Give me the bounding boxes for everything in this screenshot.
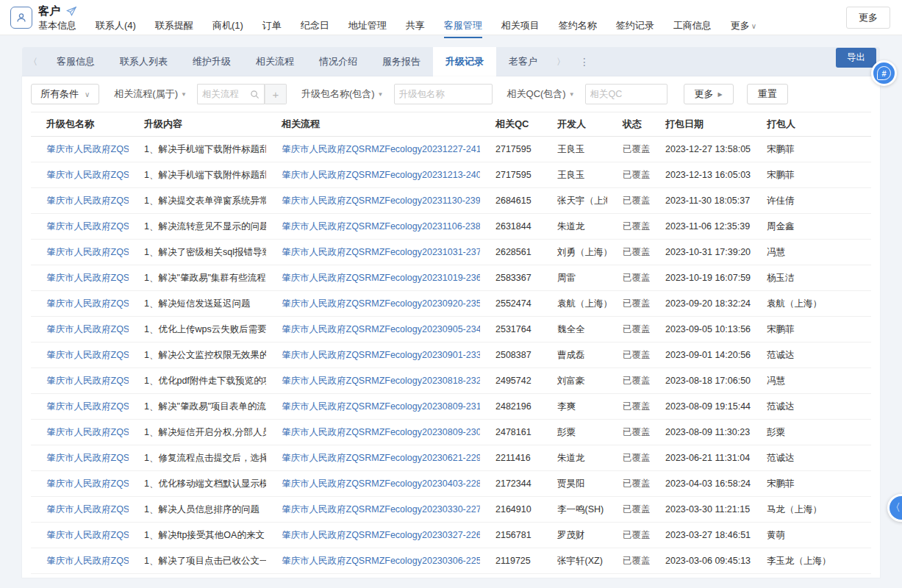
- sub-tab-0[interactable]: 客服信息: [44, 47, 107, 76]
- cell-developer: 周雷: [542, 272, 607, 284]
- cell-related-flow[interactable]: 肇庆市人民政府ZQSRMZFecology20230809-230 (...: [266, 426, 480, 439]
- main-tab-3[interactable]: 商机(1): [212, 19, 243, 35]
- export-button[interactable]: 导出: [836, 48, 876, 68]
- sub-tab-1[interactable]: 联系人列表: [107, 47, 180, 76]
- cell-related-flow[interactable]: 肇庆市人民政府ZQSRMZFecology20230330-227: [266, 503, 480, 516]
- sub-tab-7[interactable]: 老客户: [496, 47, 550, 76]
- cell-related-qc: 2628561: [480, 247, 542, 257]
- cell-packager: 马龙（上海）: [751, 503, 871, 516]
- cell-package-name[interactable]: 肇庆市人民政府ZQSR...: [31, 143, 129, 156]
- cell-developer: 贾昊阳: [542, 478, 607, 490]
- cell-related-flow[interactable]: 肇庆市人民政府ZQSRMZFecology20230920-235 (...: [266, 298, 480, 310]
- main-tab-1[interactable]: 联系人(4): [96, 19, 136, 35]
- cell-related-flow[interactable]: 肇庆市人民政府ZQSRMZFecology20230327-226: [266, 529, 480, 542]
- main-tab-7[interactable]: 共享: [406, 19, 425, 35]
- cell-related-flow[interactable]: 肇庆市人民政府ZQSRMZFecology20230905-234 (...: [266, 323, 480, 336]
- main-tab-5[interactable]: 纪念日: [301, 19, 329, 35]
- cell-package-name[interactable]: 肇庆市人民政府ZQSR...: [31, 272, 129, 284]
- cell-related-flow[interactable]: 肇庆市人民政府ZQSRMZFecology20231031-237 (...: [266, 246, 480, 259]
- drawer-collapse-toggle[interactable]: 〈: [887, 494, 902, 522]
- cell-related-flow[interactable]: 肇庆市人民政府ZQSRMZFecology20231019-236 (...: [266, 272, 480, 284]
- main-tab-11[interactable]: 签约记录: [616, 19, 654, 35]
- cell-related-flow[interactable]: 肇庆市人民政府ZQSRMZFecology20230901-233 (...: [266, 349, 480, 362]
- cell-upgrade-content: 1、解决了密级相关sql报错导致文...: [129, 246, 266, 259]
- main-tab-8[interactable]: 客服管理: [444, 19, 482, 35]
- cell-package-name[interactable]: 肇庆市人民政府ZQSR...: [31, 375, 129, 387]
- all-conditions-dropdown[interactable]: 所有条件 ∨: [31, 84, 99, 104]
- send-icon[interactable]: [66, 6, 77, 17]
- cell-upgrade-content: 1、优化移动端文档默认显示模式...: [129, 478, 266, 490]
- cell-developer: 刘富豪: [542, 375, 607, 387]
- filter-qc-input[interactable]: [585, 84, 667, 104]
- cell-developer: 李一鸣(SH): [542, 503, 607, 516]
- cell-package-name[interactable]: 肇庆市人民政府ZQSR...: [31, 426, 129, 439]
- main-tab-bar: 基本信息联系人(4)联系提醒商机(1)订单纪念日地址管理共享客服管理相关项目签约…: [38, 19, 756, 35]
- cell-status: 已覆盖: [607, 452, 650, 465]
- cell-related-flow[interactable]: 肇庆市人民政府ZQSRMZFecology20230306-225: [266, 555, 480, 567]
- cell-package-name[interactable]: 肇庆市人民政府ZQSR...: [31, 220, 129, 233]
- more-filters-button[interactable]: 更多▶: [684, 84, 734, 104]
- cell-package-name[interactable]: 肇庆市人民政府ZQSR...: [31, 169, 129, 182]
- sub-tab-6[interactable]: 升级记录: [433, 47, 496, 76]
- cell-related-flow[interactable]: 肇庆市人民政府ZQSRMZFecology20230809-231 (...: [266, 401, 480, 413]
- main-tab-10[interactable]: 签约名称: [559, 19, 597, 35]
- main-tab-6[interactable]: 地址管理: [348, 19, 387, 35]
- filter-flow-label[interactable]: 相关流程(属于)▼: [114, 87, 187, 101]
- cell-upgrade-content: 1、解决"肇政易"项目表单的流转...: [129, 401, 266, 413]
- main-tab-13[interactable]: 更多∨: [731, 19, 756, 35]
- person-icon: [15, 12, 27, 24]
- main-tab-0[interactable]: 基本信息: [38, 19, 76, 35]
- cell-package-name[interactable]: 肇庆市人民政府ZQSR...: [31, 349, 129, 362]
- filter-flow-input[interactable]: [197, 84, 246, 104]
- cell-package-name[interactable]: 肇庆市人民政府ZQSR...: [31, 246, 129, 259]
- customer-avatar-icon[interactable]: [10, 7, 32, 29]
- cell-related-flow[interactable]: 肇庆市人民政府ZQSRMZFecology20231130-239 (升...: [266, 195, 480, 207]
- cell-package-name[interactable]: 肇庆市人民政府ZQSR...: [31, 503, 129, 516]
- sub-tab-5[interactable]: 服务报告: [370, 47, 433, 76]
- table-row: 肇庆市人民政府ZQSR...1、解决短信开启分权,分部人员发...肇庆市人民政府…: [31, 420, 871, 445]
- cell-package-date: 2023-10-19 16:07:59: [650, 273, 751, 283]
- cell-package-name[interactable]: 肇庆市人民政府ZQSR...: [31, 452, 129, 465]
- add-flow-button[interactable]: +: [265, 84, 287, 104]
- search-icon[interactable]: [246, 84, 265, 104]
- chevron-left-icon[interactable]: 〈: [22, 56, 44, 68]
- main-tab-4[interactable]: 订单: [262, 19, 282, 35]
- cell-packager: 黄萌: [751, 529, 871, 542]
- cell-package-name[interactable]: 肇庆市人民政府ZQSR...: [31, 478, 129, 490]
- cell-related-flow[interactable]: 肇庆市人民政府ZQSRMZFecology20231227-241 (...: [266, 143, 480, 156]
- cell-package-name[interactable]: 肇庆市人民政府ZQSR...: [31, 401, 129, 413]
- cell-related-flow[interactable]: 肇庆市人民政府ZQSRMZFecology20231106-238 (升...: [266, 220, 480, 233]
- filter-qc-label[interactable]: 相关QC(包含)▼: [507, 87, 575, 101]
- reset-button[interactable]: 重置: [747, 84, 788, 104]
- sub-tab-4[interactable]: 情况介绍: [307, 47, 370, 76]
- main-tab-12[interactable]: 工商信息: [673, 19, 712, 35]
- cell-related-flow[interactable]: 肇庆市人民政府ZQSRMZFecology20230621-229 (...: [266, 452, 480, 465]
- cell-related-qc: 2211416: [480, 453, 542, 463]
- filter-package-label[interactable]: 升级包名称(包含)▼: [301, 87, 384, 101]
- main-tab-2[interactable]: 联系提醒: [155, 19, 193, 35]
- sub-tab-3[interactable]: 相关流程: [243, 47, 307, 76]
- more-vertical-icon[interactable]: ⋮: [572, 56, 598, 68]
- cell-status: 已覆盖: [607, 555, 650, 567]
- main-tab-9[interactable]: 相关项目: [501, 19, 540, 35]
- cell-package-name[interactable]: 肇庆市人民政府ZQSR...: [31, 555, 129, 567]
- cell-related-flow[interactable]: 肇庆市人民政府ZQSRMZFecology20230818-232 (...: [266, 375, 480, 387]
- cell-related-flow[interactable]: 肇庆市人民政府ZQSRMZFecology20230403-228: [266, 478, 480, 490]
- column-header-package-date: 打包日期: [650, 118, 751, 131]
- filter-package-input[interactable]: [394, 84, 493, 104]
- cell-related-qc: 2164910: [480, 504, 542, 514]
- cell-package-name[interactable]: 肇庆市人民政府ZQSR...: [31, 195, 129, 207]
- cell-package-name[interactable]: 肇庆市人民政府ZQSR...: [31, 298, 129, 310]
- comment-hash-float-button[interactable]: #: [871, 60, 897, 86]
- chevron-right-icon[interactable]: 〉: [550, 56, 572, 68]
- sub-tab-2[interactable]: 维护升级: [180, 47, 243, 76]
- table-body: 肇庆市人民政府ZQSR...1、解决手机端下载附件标题乱码...肇庆市人民政府Z…: [31, 137, 871, 574]
- cell-developer: 罗茂财: [542, 529, 607, 542]
- cell-package-name[interactable]: 肇庆市人民政府ZQSR...: [31, 323, 129, 336]
- cell-package-date: 2023-09-05 10:13:56: [650, 324, 751, 334]
- cell-package-name[interactable]: 肇庆市人民政府ZQSR...: [31, 529, 129, 542]
- top-more-button[interactable]: 更多: [846, 7, 890, 29]
- cell-related-flow[interactable]: 肇庆市人民政府ZQSRMZFecology20231213-240 (...: [266, 169, 480, 182]
- table-row: 肇庆市人民政府ZQSR...1、解决提交表单弹窗系统异常的...肇庆市人民政府Z…: [31, 188, 871, 214]
- caret-right-icon: ▶: [718, 91, 723, 98]
